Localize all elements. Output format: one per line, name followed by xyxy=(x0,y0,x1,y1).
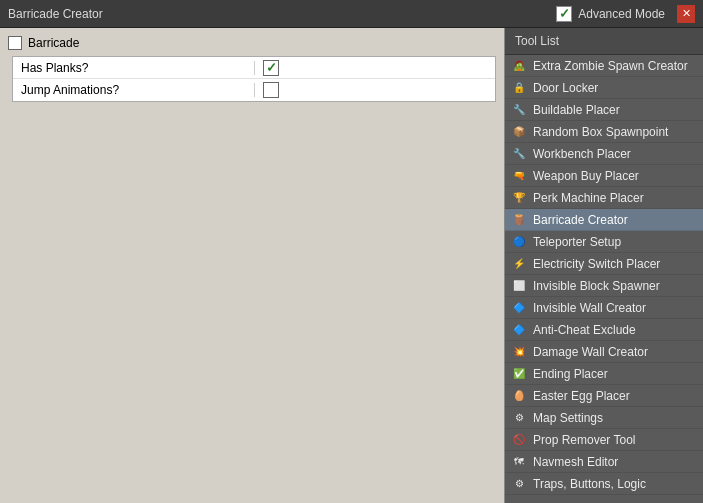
tool-label-easter-egg-placer: Easter Egg Placer xyxy=(533,389,630,403)
tool-label-weapon-buy-placer: Weapon Buy Placer xyxy=(533,169,639,183)
easter-egg-placer-icon: 🥚 xyxy=(511,388,527,404)
group-label: Barricade xyxy=(28,36,79,50)
prop-checkbox[interactable] xyxy=(263,60,279,76)
prop-value xyxy=(255,82,495,98)
top-bar: Barricade Creator Advanced Mode ✕ xyxy=(0,0,703,28)
tool-item-damage-wall-creator[interactable]: 💥Damage Wall Creator xyxy=(505,341,703,363)
window-title: Barricade Creator xyxy=(8,7,556,21)
tool-item-easter-egg-placer[interactable]: 🥚Easter Egg Placer xyxy=(505,385,703,407)
tool-item-traps-buttons-logic[interactable]: ⚙Traps, Buttons, Logic xyxy=(505,473,703,495)
tool-label-navmesh-editor: Navmesh Editor xyxy=(533,455,618,469)
ending-placer-icon: ✅ xyxy=(511,366,527,382)
barricade-creator-icon: 🪵 xyxy=(511,212,527,228)
properties-table: Has Planks?Jump Animations? xyxy=(12,56,496,102)
tool-label-invisible-wall-creator: Invisible Wall Creator xyxy=(533,301,646,315)
tool-item-anti-cheat-exclude[interactable]: 🔷Anti-Cheat Exclude xyxy=(505,319,703,341)
tool-label-perk-machine-placer: Perk Machine Placer xyxy=(533,191,644,205)
door-locker-icon: 🔒 xyxy=(511,80,527,96)
tool-label-map-settings: Map Settings xyxy=(533,411,603,425)
tool-label-workbench-placer: Workbench Placer xyxy=(533,147,631,161)
tool-item-buildable-placer[interactable]: 🔧Buildable Placer xyxy=(505,99,703,121)
weapon-buy-placer-icon: 🔫 xyxy=(511,168,527,184)
navmesh-editor-icon: 🗺 xyxy=(511,454,527,470)
tool-item-door-locker[interactable]: 🔒Door Locker xyxy=(505,77,703,99)
workbench-placer-icon: 🔧 xyxy=(511,146,527,162)
prop-value xyxy=(255,60,495,76)
tool-item-perk-machine-placer[interactable]: 🏆Perk Machine Placer xyxy=(505,187,703,209)
extra-zombie-spawn-creator-icon: 🧟 xyxy=(511,58,527,74)
tool-label-electricity-switch-placer: Electricity Switch Placer xyxy=(533,257,660,271)
prop-label: Has Planks? xyxy=(13,61,255,75)
map-settings-icon: ⚙ xyxy=(511,410,527,426)
tool-label-anti-cheat-exclude: Anti-Cheat Exclude xyxy=(533,323,636,337)
tool-item-weapon-buy-placer[interactable]: 🔫Weapon Buy Placer xyxy=(505,165,703,187)
left-panel: Barricade Has Planks?Jump Animations? xyxy=(0,28,505,503)
prop-row: Jump Animations? xyxy=(13,79,495,101)
group-checkbox[interactable] xyxy=(8,36,22,50)
prop-label: Jump Animations? xyxy=(13,83,255,97)
advanced-mode-toggle[interactable]: Advanced Mode xyxy=(556,6,665,22)
traps-buttons-logic-icon: ⚙ xyxy=(511,476,527,492)
tool-label-traps-buttons-logic: Traps, Buttons, Logic xyxy=(533,477,646,491)
tool-list-header: Tool List xyxy=(505,28,703,55)
tool-item-ending-placer[interactable]: ✅Ending Placer xyxy=(505,363,703,385)
teleporter-setup-icon: 🔵 xyxy=(511,234,527,250)
barricade-group: Barricade Has Planks?Jump Animations? xyxy=(0,28,504,110)
tool-label-buildable-placer: Buildable Placer xyxy=(533,103,620,117)
tool-list-scroll[interactable]: 🧟Extra Zombie Spawn Creator🔒Door Locker🔧… xyxy=(505,55,703,503)
prop-row: Has Planks? xyxy=(13,57,495,79)
tool-label-random-box-spawnpoint: Random Box Spawnpoint xyxy=(533,125,668,139)
invisible-wall-creator-icon: 🔷 xyxy=(511,300,527,316)
prop-remover-tool-icon: 🚫 xyxy=(511,432,527,448)
tool-item-workbench-placer[interactable]: 🔧Workbench Placer xyxy=(505,143,703,165)
tool-label-teleporter-setup: Teleporter Setup xyxy=(533,235,621,249)
tool-item-invisible-block-spawner[interactable]: ⬜Invisible Block Spawner xyxy=(505,275,703,297)
tool-label-extra-zombie-spawn-creator: Extra Zombie Spawn Creator xyxy=(533,59,688,73)
tool-item-map-settings[interactable]: ⚙Map Settings xyxy=(505,407,703,429)
prop-checkbox[interactable] xyxy=(263,82,279,98)
electricity-switch-placer-icon: ⚡ xyxy=(511,256,527,272)
tool-label-ending-placer: Ending Placer xyxy=(533,367,608,381)
invisible-block-spawner-icon: ⬜ xyxy=(511,278,527,294)
tool-label-barricade-creator: Barricade Creator xyxy=(533,213,628,227)
tool-item-teleporter-setup[interactable]: 🔵Teleporter Setup xyxy=(505,231,703,253)
close-button[interactable]: ✕ xyxy=(677,5,695,23)
right-panel: Tool List 🧟Extra Zombie Spawn Creator🔒Do… xyxy=(505,28,703,503)
tool-label-invisible-block-spawner: Invisible Block Spawner xyxy=(533,279,660,293)
perk-machine-placer-icon: 🏆 xyxy=(511,190,527,206)
anti-cheat-exclude-icon: 🔷 xyxy=(511,322,527,338)
tool-item-navmesh-editor[interactable]: 🗺Navmesh Editor xyxy=(505,451,703,473)
tool-item-barricade-creator[interactable]: 🪵Barricade Creator xyxy=(505,209,703,231)
tool-item-invisible-wall-creator[interactable]: 🔷Invisible Wall Creator xyxy=(505,297,703,319)
advanced-mode-checkbox[interactable] xyxy=(556,6,572,22)
group-header: Barricade xyxy=(8,36,496,50)
advanced-mode-label: Advanced Mode xyxy=(578,7,665,21)
tool-item-prop-remover-tool[interactable]: 🚫Prop Remover Tool xyxy=(505,429,703,451)
tool-item-extra-zombie-spawn-creator[interactable]: 🧟Extra Zombie Spawn Creator xyxy=(505,55,703,77)
random-box-spawnpoint-icon: 📦 xyxy=(511,124,527,140)
buildable-placer-icon: 🔧 xyxy=(511,102,527,118)
damage-wall-creator-icon: 💥 xyxy=(511,344,527,360)
tool-item-random-box-spawnpoint[interactable]: 📦Random Box Spawnpoint xyxy=(505,121,703,143)
tool-label-door-locker: Door Locker xyxy=(533,81,598,95)
tool-label-prop-remover-tool: Prop Remover Tool xyxy=(533,433,636,447)
tool-item-electricity-switch-placer[interactable]: ⚡Electricity Switch Placer xyxy=(505,253,703,275)
tool-label-damage-wall-creator: Damage Wall Creator xyxy=(533,345,648,359)
main-content: Barricade Has Planks?Jump Animations? To… xyxy=(0,28,703,503)
